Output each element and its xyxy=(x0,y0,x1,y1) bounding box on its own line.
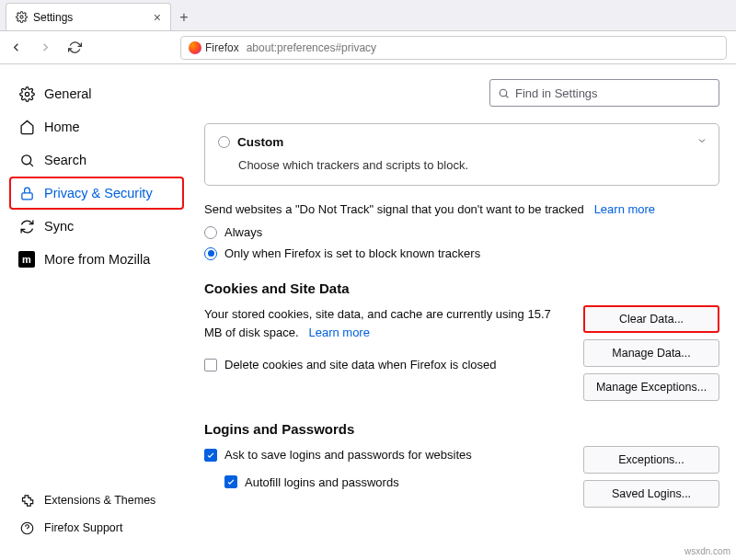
sync-icon xyxy=(18,218,35,234)
checkbox-label: Autofill logins and passwords xyxy=(245,474,399,492)
puzzle-icon xyxy=(18,492,35,509)
clear-data-button[interactable]: Clear Data... xyxy=(583,305,719,333)
dnt-learn-more-link[interactable]: Learn more xyxy=(594,202,655,216)
custom-subtitle: Choose which trackers and scripts to blo… xyxy=(238,158,706,172)
reload-button[interactable] xyxy=(68,40,85,54)
lock-icon xyxy=(18,185,35,201)
custom-protection-option[interactable]: Custom Choose which trackers and scripts… xyxy=(204,123,719,186)
radio-icon xyxy=(204,247,217,260)
search-icon xyxy=(498,87,510,99)
sidebar-item-label: Sync xyxy=(44,219,74,234)
gear-icon xyxy=(16,11,28,23)
checkbox-label: Delete cookies and site data when Firefo… xyxy=(224,356,497,374)
sidebar-item-more-mozilla[interactable]: m More from Mozilla xyxy=(9,243,184,276)
radio-icon xyxy=(204,226,217,239)
checkbox-icon xyxy=(204,359,217,371)
dnt-option-only-blocking[interactable]: Only when Firefox is set to block known … xyxy=(204,246,719,260)
svg-rect-3 xyxy=(21,192,31,199)
sidebar-item-label: Extensions & Themes xyxy=(44,494,155,507)
sidebar-item-privacy[interactable]: Privacy & Security xyxy=(9,177,184,210)
back-button[interactable] xyxy=(9,40,26,54)
svg-point-1 xyxy=(25,92,29,96)
logins-exceptions-button[interactable]: Exceptions... xyxy=(583,446,719,474)
svg-point-2 xyxy=(21,154,30,164)
new-tab-button[interactable]: + xyxy=(171,5,197,30)
dnt-option-always[interactable]: Always xyxy=(204,225,719,239)
delete-on-close-checkbox[interactable]: Delete cookies and site data when Firefo… xyxy=(204,356,570,374)
sidebar-item-label: Privacy & Security xyxy=(44,186,153,200)
forward-button[interactable] xyxy=(39,40,55,54)
browser-tab[interactable]: Settings × xyxy=(6,3,171,30)
custom-title: Custom xyxy=(237,135,283,149)
sidebar-item-general[interactable]: General xyxy=(9,77,184,110)
mozilla-icon: m xyxy=(18,251,35,268)
sidebar-item-support[interactable]: Firefox Support xyxy=(9,514,184,542)
sidebar: General Home Search Privacy & Security S… xyxy=(0,64,184,560)
radio-custom[interactable] xyxy=(218,136,230,148)
checkbox-label: Ask to save logins and passwords for web… xyxy=(224,446,472,464)
site-identity: Firefox xyxy=(189,41,239,54)
sidebar-item-label: More from Mozilla xyxy=(44,252,150,267)
close-icon[interactable]: × xyxy=(154,10,161,25)
home-icon xyxy=(18,119,35,135)
sidebar-item-label: Firefox Support xyxy=(44,521,122,534)
logins-section-title: Logins and Passwords xyxy=(204,421,719,437)
saved-logins-button[interactable]: Saved Logins... xyxy=(583,480,719,508)
url-path: about:preferences#privacy xyxy=(247,41,376,54)
dnt-description: Send websites a "Do Not Track" signal th… xyxy=(204,202,584,216)
cookies-learn-more-link[interactable]: Learn more xyxy=(308,326,369,339)
sidebar-item-search[interactable]: Search xyxy=(9,143,184,177)
find-placeholder: Find in Settings xyxy=(515,86,598,100)
sidebar-item-extensions[interactable]: Extensions & Themes xyxy=(9,486,184,514)
svg-point-0 xyxy=(20,16,23,18)
sidebar-item-label: General xyxy=(44,86,92,101)
sidebar-item-label: Search xyxy=(44,153,86,167)
autofill-logins-checkbox[interactable]: Autofill logins and passwords xyxy=(224,474,570,492)
search-icon xyxy=(18,152,35,168)
sidebar-item-label: Home xyxy=(44,120,80,134)
radio-label: Always xyxy=(224,225,262,239)
tab-title: Settings xyxy=(33,11,73,24)
ask-save-logins-checkbox[interactable]: Ask to save logins and passwords for web… xyxy=(204,446,570,464)
chevron-down-icon xyxy=(696,135,707,146)
cookies-section-title: Cookies and Site Data xyxy=(204,280,719,296)
help-icon xyxy=(18,520,35,536)
cookies-description: Your stored cookies, site data, and cach… xyxy=(204,307,551,339)
sidebar-item-home[interactable]: Home xyxy=(9,110,184,143)
svg-point-5 xyxy=(500,89,507,97)
sidebar-item-sync[interactable]: Sync xyxy=(9,210,184,243)
manage-data-button[interactable]: Manage Data... xyxy=(583,339,719,367)
watermark: wsxdn.com xyxy=(684,546,730,556)
radio-label: Only when Firefox is set to block known … xyxy=(224,246,480,260)
address-bar[interactable]: Firefox about:preferences#privacy xyxy=(180,36,727,60)
firefox-icon xyxy=(189,41,201,54)
checkbox-icon xyxy=(204,449,217,462)
checkbox-icon xyxy=(224,475,237,488)
find-in-settings-input[interactable]: Find in Settings xyxy=(489,79,719,107)
manage-exceptions-button[interactable]: Manage Exceptions... xyxy=(583,373,719,401)
gear-icon xyxy=(18,86,35,102)
